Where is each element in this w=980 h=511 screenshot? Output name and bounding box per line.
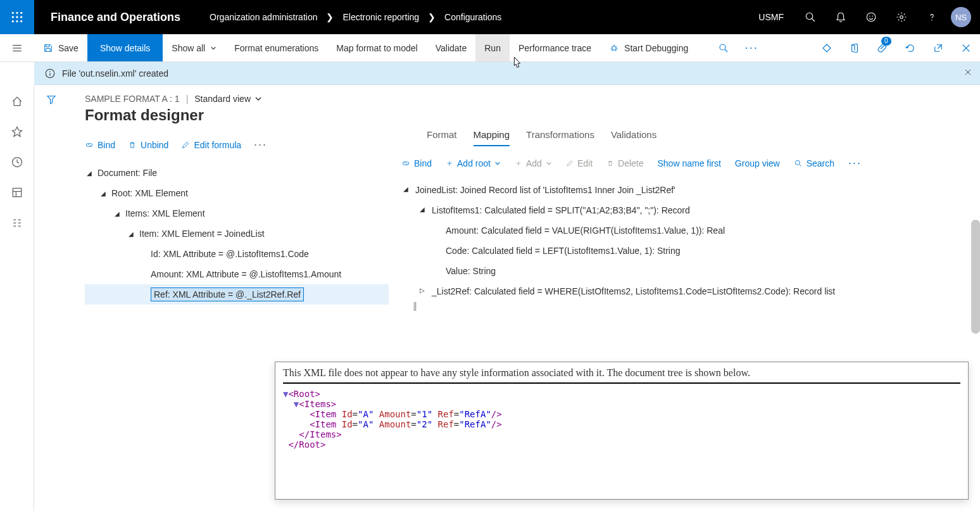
chevron-right-icon: ❯ <box>326 12 334 22</box>
gear-icon <box>896 11 907 23</box>
more-options-button[interactable]: ··· <box>254 138 267 151</box>
left-rail <box>0 85 34 511</box>
map-more-button[interactable]: ··· <box>848 156 862 170</box>
action-search-button[interactable] <box>710 34 738 61</box>
info-icon <box>44 68 56 79</box>
action-office-button[interactable] <box>841 34 869 61</box>
show-details-button[interactable]: Show details <box>87 34 163 61</box>
map-edit-button: Edit <box>566 158 593 168</box>
tree-node-id[interactable]: Id: XML Attribute = @.ListofItems1.Code <box>85 244 389 264</box>
save-button[interactable]: Save <box>34 34 87 61</box>
tree-node-item[interactable]: ◢Item: XML Element = JoinedList <box>85 224 389 244</box>
view-selector[interactable]: Standard view <box>194 94 262 104</box>
nav-toggle[interactable] <box>0 34 34 61</box>
perf-trace-button[interactable]: Performance trace <box>510 34 600 61</box>
scrollbar[interactable] <box>971 220 980 334</box>
svg-point-24 <box>795 160 800 165</box>
tree-node-root[interactable]: ◢Root: XML Element <box>85 183 389 203</box>
map-delete-label: Delete <box>618 158 643 168</box>
show-all-button[interactable]: Show all <box>163 34 225 61</box>
help-button[interactable] <box>917 0 947 34</box>
tree-node-items[interactable]: ◢Items: XML Element <box>85 203 389 224</box>
close-icon <box>964 68 972 77</box>
mapping-node-code[interactable]: Code: Calculated field = LEFT(ListofItem… <box>401 242 961 262</box>
mapping-node-joinedlist[interactable]: ◢JoinedList: Joined Record list of 'List… <box>401 181 961 201</box>
breadcrumb-item[interactable]: Organization administration <box>210 12 317 22</box>
mapping-node-value[interactable]: Value: String <box>401 262 961 282</box>
action-close-button[interactable] <box>952 34 980 61</box>
page-title: Format designer <box>85 106 980 124</box>
mapping-node-amount[interactable]: Amount: Calculated field = VALUE(RIGHT(L… <box>401 222 961 242</box>
show-name-first-link[interactable]: Show name first <box>657 158 720 168</box>
svg-point-16 <box>612 46 617 50</box>
search-icon <box>805 11 816 23</box>
message-close-button[interactable] <box>964 68 972 79</box>
page-header: SAMPLE FORMAT A : 1 | Standard view Form… <box>85 85 980 129</box>
hamburger-icon <box>11 42 23 54</box>
tree-node-document[interactable]: ◢Document: File <box>85 163 389 183</box>
svg-point-9 <box>806 13 813 20</box>
trash-icon <box>606 160 614 167</box>
tree-node-ref[interactable]: Ref: XML Attribute = @._List2Ref.Ref <box>85 284 389 305</box>
tab-format[interactable]: Format <box>427 129 457 146</box>
validate-button[interactable]: Validate <box>427 34 476 61</box>
search-button[interactable] <box>795 0 826 34</box>
action-popout-button[interactable] <box>924 34 952 61</box>
format-enum-button[interactable]: Format enumerations <box>225 34 327 61</box>
group-view-link[interactable]: Group view <box>735 158 780 168</box>
action-power-button[interactable] <box>813 34 841 61</box>
right-tabs: Format Mapping Transformations Validatio… <box>427 129 980 146</box>
map-search-button[interactable]: Search <box>794 158 834 168</box>
home-icon[interactable] <box>11 95 23 108</box>
mapping-node-list2ref[interactable]: ▷_List2Ref: Calculated field = WHERE(Lis… <box>401 282 961 303</box>
action-refresh-button[interactable] <box>896 34 924 61</box>
app-title: Finance and Operations <box>34 11 197 24</box>
run-button[interactable]: Run <box>475 34 510 61</box>
workspace-icon[interactable] <box>11 186 23 199</box>
map-addroot-button[interactable]: Add root <box>446 158 501 168</box>
chevron-down-icon <box>210 45 217 51</box>
chevron-down-icon <box>546 160 552 167</box>
trash-icon <box>128 141 137 149</box>
notifications-button[interactable] <box>826 0 856 34</box>
user-avatar[interactable]: NS <box>951 7 971 27</box>
modules-icon[interactable] <box>11 217 23 229</box>
filter-icon <box>46 94 57 105</box>
svg-line-18 <box>726 49 728 52</box>
tab-transformations[interactable]: Transformations <box>526 129 594 146</box>
app-launcher[interactable] <box>0 0 34 34</box>
edit-formula-button[interactable]: Edit formula <box>181 140 241 150</box>
body: SAMPLE FORMAT A : 1 | Standard view Form… <box>0 85 980 511</box>
search-icon <box>718 42 729 54</box>
unbind-label: Unbind <box>141 140 168 150</box>
unbind-button[interactable]: Unbind <box>128 140 168 150</box>
action-attach-button[interactable]: 0 <box>869 34 896 61</box>
feedback-button[interactable] <box>856 0 886 34</box>
svg-point-20 <box>49 71 51 72</box>
bind-label: Bind <box>97 140 115 150</box>
breadcrumb-item[interactable]: Electronic reporting <box>342 12 419 22</box>
tab-mapping[interactable]: Mapping <box>474 129 510 146</box>
company-label[interactable]: USMF <box>747 12 795 22</box>
recent-icon[interactable] <box>11 156 23 168</box>
svg-point-15 <box>931 20 933 21</box>
breadcrumb-item[interactable]: Configurations <box>444 12 501 22</box>
mapping-tree: ◢JoinedList: Joined Record list of 'List… <box>401 181 961 303</box>
breadcrumb: Organization administration ❯ Electronic… <box>210 12 501 22</box>
map-bind-button[interactable]: Bind <box>401 158 432 168</box>
settings-button[interactable] <box>886 0 917 34</box>
show-details-label: Show details <box>100 43 150 53</box>
tab-validations[interactable]: Validations <box>611 129 656 146</box>
filter-pane-toggle[interactable] <box>46 94 57 107</box>
mapping-node-listofitems1[interactable]: ◢ListofItems1: Calculated field = SPLIT(… <box>401 201 961 222</box>
action-more-button[interactable]: ··· <box>738 34 765 61</box>
star-icon[interactable] <box>11 125 23 138</box>
map-search-label: Search <box>807 158 834 168</box>
map-format-button[interactable]: Map format to model <box>327 34 426 61</box>
start-debug-button[interactable]: Start Debugging <box>600 34 697 61</box>
bind-button[interactable]: Bind <box>85 140 115 150</box>
action-bar: Save Show details Show all Format enumer… <box>0 34 980 62</box>
tree-node-amount[interactable]: Amount: XML Attribute = @.ListofItems1.A… <box>85 264 389 284</box>
edit-formula-label: Edit formula <box>194 140 241 150</box>
svg-point-17 <box>720 44 726 50</box>
